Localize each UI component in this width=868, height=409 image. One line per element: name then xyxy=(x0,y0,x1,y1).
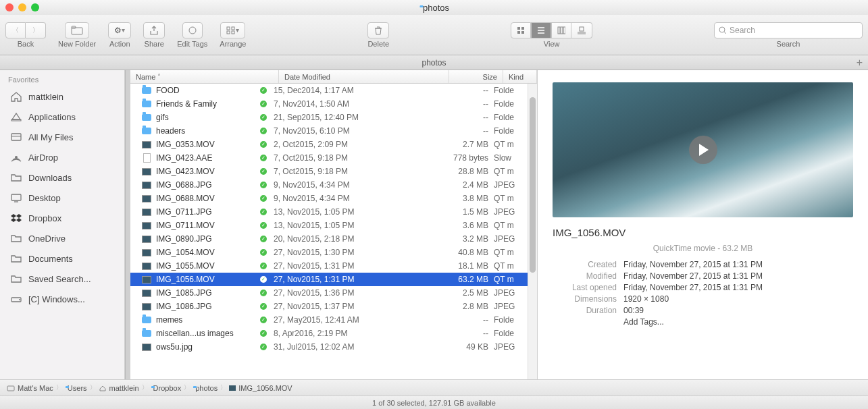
delete-button[interactable] xyxy=(367,22,389,38)
path-crumb[interactable]: mattklein xyxy=(99,384,139,392)
column-size[interactable]: Size xyxy=(449,70,503,83)
share-button[interactable] xyxy=(143,22,165,38)
path-crumb[interactable]: Users xyxy=(65,384,87,392)
file-row[interactable]: headers✓7, Nov2015, 6:10 PM--Folde xyxy=(130,124,528,138)
file-row[interactable]: IMG_0353.MOV✓2, Oct2015, 2:09 PM2.7 MBQT… xyxy=(130,138,528,151)
file-name: FOOD xyxy=(156,86,259,95)
trash-icon xyxy=(374,26,383,35)
file-row[interactable]: IMG_1086.JPG✓27, Nov2015, 1:37 PM2.8 MBJ… xyxy=(130,300,528,313)
crumb-label: Matt's Mac xyxy=(18,384,53,392)
column-name[interactable]: Name ˄ xyxy=(130,70,279,83)
tab-photos[interactable]: photos xyxy=(422,58,446,67)
file-size: 2.4 MB xyxy=(440,180,494,190)
file-row[interactable]: IMG_0890.JPG✓20, Nov2015, 2:18 PM3.2 MBJ… xyxy=(130,232,528,246)
search-input[interactable]: Search xyxy=(714,22,863,38)
sidebar-item-c-windows[interactable]: [C] Windows... xyxy=(0,289,124,309)
preview-pane: IMG_1056.MOV QuickTime movie - 63.2 MB C… xyxy=(537,70,868,379)
file-size: -- xyxy=(440,86,494,95)
file-date: 7, Oct2015, 9:18 PM xyxy=(274,153,440,163)
file-kind: JPEG xyxy=(494,180,528,190)
file-date: 13, Nov2015, 1:05 PM xyxy=(274,221,440,230)
scrollbar-thumb[interactable] xyxy=(530,97,536,273)
file-row[interactable]: FOOD✓15, Dec2014, 1:17 AM--Folde xyxy=(130,84,528,97)
vertical-scrollbar[interactable] xyxy=(528,84,537,379)
file-kind: QT m xyxy=(494,275,528,284)
file-date: 27, Nov2015, 1:36 PM xyxy=(274,288,440,298)
window-title: photos xyxy=(419,3,449,13)
sidebar-item-desktop[interactable]: Desktop xyxy=(0,188,124,208)
view-coverflow-button[interactable] xyxy=(571,22,592,38)
file-row[interactable]: IMG_1056.MOV✓27, Nov2015, 1:31 PM63.2 MB… xyxy=(130,273,528,286)
file-name: IMG_1054.MOV xyxy=(156,248,259,257)
file-row[interactable]: IMG_0688.JPG✓9, Nov2015, 4:34 PM2.4 MBJP… xyxy=(130,178,528,192)
sidebar-item-applications[interactable]: Applications xyxy=(0,107,124,127)
file-row[interactable]: IMG_1055.MOV✓27, Nov2015, 1:31 PM18.1 MB… xyxy=(130,259,528,273)
path-crumb[interactable]: Matt's Mac xyxy=(7,384,53,392)
close-window-button[interactable] xyxy=(5,3,14,11)
file-name: IMG_0711.MOV xyxy=(156,221,259,230)
play-icon[interactable] xyxy=(689,136,717,164)
minimize-window-button[interactable] xyxy=(18,3,26,11)
synced-icon: ✓ xyxy=(260,101,267,107)
thumbnail-icon xyxy=(142,182,151,189)
column-date[interactable]: Date Modified xyxy=(279,70,449,83)
zoom-window-button[interactable] xyxy=(31,3,39,11)
file-row[interactable]: IMG_0688.MOV✓9, Nov2015, 4:34 PM3.8 MBQT… xyxy=(130,192,528,205)
folder-plus-icon xyxy=(71,26,83,35)
file-name: IMG_1056.MOV xyxy=(156,275,259,284)
back-button[interactable]: 〈 xyxy=(5,22,26,38)
path-crumb[interactable]: photos xyxy=(193,384,218,392)
back-label: Back xyxy=(18,40,34,48)
file-date: 27, May2015, 12:41 AM xyxy=(274,315,440,325)
sidebar-item-documents[interactable]: Documents xyxy=(0,248,124,269)
add-tags-link[interactable]: Add Tags... xyxy=(623,317,853,327)
path-crumb[interactable]: Dropbox xyxy=(151,384,182,392)
file-row[interactable]: miscellan...us images✓8, Apr2016, 2:19 P… xyxy=(130,327,528,340)
view-icon-button[interactable] xyxy=(511,22,531,38)
file-row[interactable]: gifs✓21, Sep2015, 12:40 PM--Folde xyxy=(130,111,528,124)
thumbnail-icon xyxy=(142,276,151,283)
column-kind[interactable]: Kind xyxy=(503,70,537,83)
sidebar-item-mattklein[interactable]: mattklein xyxy=(0,86,124,107)
forward-button[interactable]: 〉 xyxy=(26,22,46,38)
view-list-button[interactable] xyxy=(531,22,551,38)
file-kind: QT m xyxy=(494,167,528,176)
svg-rect-9 xyxy=(517,31,520,34)
sidebar-item-airdrop[interactable]: AirDrop xyxy=(0,147,124,167)
add-tab-button[interactable]: + xyxy=(857,57,863,69)
new-folder-button[interactable] xyxy=(65,22,89,38)
sidebar-item-onedrive[interactable]: OneDrive xyxy=(0,228,124,248)
svg-rect-7 xyxy=(517,27,520,30)
tabbar: photos + xyxy=(0,55,868,70)
file-kind: Folde xyxy=(494,113,528,122)
sidebar-item-downloads[interactable]: Downloads xyxy=(0,167,124,188)
sidebar-item-saved-search[interactable]: Saved Search... xyxy=(0,269,124,289)
preview-thumbnail[interactable] xyxy=(553,82,853,217)
view-column-button[interactable] xyxy=(551,22,571,38)
file-row[interactable]: Friends & Family✓7, Nov2014, 1:50 AM--Fo… xyxy=(130,97,528,111)
file-row[interactable]: ows5u.jpg✓31, Jul2015, 12:02 AM49 KBJPEG xyxy=(130,340,528,354)
allmyfiles-icon xyxy=(9,131,23,143)
file-size: 778 bytes xyxy=(440,153,494,163)
column-view-icon xyxy=(557,26,565,34)
thumbnail-icon xyxy=(142,290,151,297)
path-crumb[interactable]: IMG_1056.MOV xyxy=(229,384,292,392)
file-row[interactable]: IMG_0711.MOV✓13, Nov2015, 1:05 PM3.6 MBQ… xyxy=(130,219,528,232)
file-row[interactable]: IMG_0423.MOV✓7, Oct2015, 9:18 PM28.8 MBQ… xyxy=(130,165,528,178)
file-row[interactable]: IMG_0711.JPG✓13, Nov2015, 1:05 PM1.5 MBJ… xyxy=(130,205,528,219)
arrange-button[interactable]: ▾ xyxy=(220,22,245,38)
crumb-icon xyxy=(99,385,107,391)
action-button[interactable]: ⚙︎ ▾ xyxy=(108,22,131,38)
file-row[interactable]: memes✓27, May2015, 12:41 AM--Folde xyxy=(130,313,528,327)
file-kind: JPEG xyxy=(494,288,528,298)
sidebar-resize-handle[interactable] xyxy=(125,70,130,379)
file-row[interactable]: IMG_0423.AAE✓7, Oct2015, 9:18 PM778 byte… xyxy=(130,151,528,165)
sidebar-item-dropbox[interactable]: Dropbox xyxy=(0,208,124,228)
column-headers: Name ˄ Date Modified Size Kind xyxy=(130,70,537,84)
edit-tags-button[interactable] xyxy=(182,22,203,38)
file-date: 27, Nov2015, 1:30 PM xyxy=(274,248,440,257)
file-row[interactable]: IMG_1054.MOV✓27, Nov2015, 1:30 PM40.8 MB… xyxy=(130,246,528,259)
sidebar-item-all-my-files[interactable]: All My Files xyxy=(0,127,124,147)
synced-icon: ✓ xyxy=(260,303,267,310)
file-row[interactable]: IMG_1085.JPG✓27, Nov2015, 1:36 PM2.5 MBJ… xyxy=(130,286,528,300)
